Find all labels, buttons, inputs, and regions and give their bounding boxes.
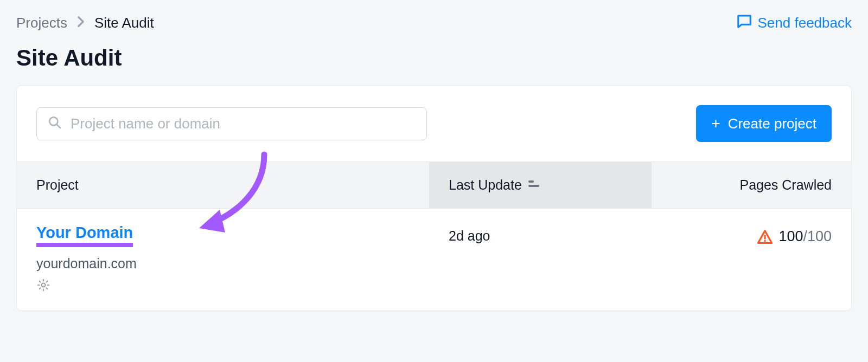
table-header: Project Last Update Pages Crawled (17, 161, 851, 209)
gear-icon (36, 280, 50, 295)
chat-icon (736, 13, 752, 33)
column-header-last-update[interactable]: Last Update (429, 162, 652, 208)
breadcrumb-root[interactable]: Projects (16, 15, 67, 31)
svg-point-4 (42, 283, 46, 287)
project-name-link[interactable]: Your Domain (36, 224, 133, 247)
search-icon (48, 115, 62, 132)
column-header-project[interactable]: Project (17, 162, 429, 208)
column-header-last-update-label: Last Update (449, 177, 522, 193)
svg-point-6 (764, 240, 767, 242)
search-input[interactable] (71, 115, 416, 132)
svg-rect-2 (528, 180, 534, 183)
breadcrumb: Projects Site Audit (16, 15, 154, 31)
project-domain: yourdomain.com (36, 256, 410, 272)
projects-card: + Create project Project Last Update Pag… (16, 85, 852, 311)
chevron-right-icon (77, 15, 85, 31)
svg-line-1 (57, 125, 60, 128)
sort-icon (528, 180, 540, 190)
cell-pages-crawled: 100/100 (652, 209, 851, 260)
create-project-label: Create project (728, 115, 816, 132)
send-feedback-label: Send feedback (758, 15, 852, 31)
plus-icon: + (711, 115, 720, 132)
cell-project: Your Domain yourdomain.com (17, 209, 429, 311)
toolbar: + Create project (17, 86, 851, 161)
svg-rect-3 (528, 185, 539, 187)
breadcrumb-current: Site Audit (94, 15, 154, 31)
pages-crawled-value: 100 (778, 228, 803, 244)
project-settings-button[interactable] (36, 278, 410, 295)
send-feedback-link[interactable]: Send feedback (736, 13, 852, 33)
pages-total-value: /100 (803, 228, 832, 244)
page-title: Site Audit (0, 35, 868, 85)
create-project-button[interactable]: + Create project (696, 105, 832, 142)
warning-icon (757, 229, 773, 245)
table-row: Your Domain yourdomain.com 2d ago 100/10… (17, 209, 851, 311)
search-input-wrap[interactable] (36, 107, 427, 140)
cell-last-update: 2d ago (429, 209, 652, 259)
column-header-pages-crawled[interactable]: Pages Crawled (652, 162, 851, 208)
